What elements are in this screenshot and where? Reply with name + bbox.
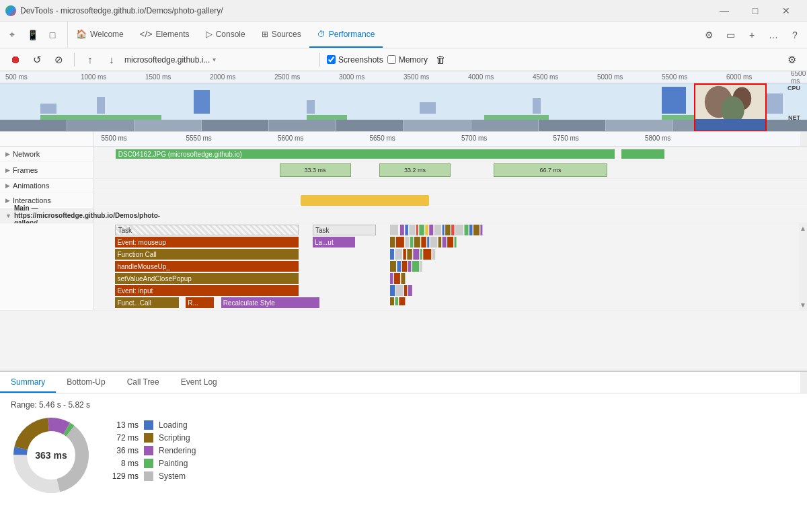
record-button[interactable]: ⏺ xyxy=(7,51,24,69)
separator2 xyxy=(319,53,320,67)
frame-2[interactable]: 33.2 ms xyxy=(379,163,451,177)
down-button[interactable]: ↓ xyxy=(103,51,120,69)
tab-performance[interactable]: ⏱ Performance xyxy=(309,22,383,48)
svg-rect-20 xyxy=(400,225,404,235)
bottom-scrollbar[interactable] xyxy=(800,372,807,393)
broadcast-button[interactable]: □ xyxy=(43,26,62,44)
close-button[interactable]: ✕ xyxy=(771,0,802,22)
memory-checkbox[interactable] xyxy=(387,55,396,64)
home-icon: 🏠 xyxy=(76,29,87,39)
help-button[interactable]: ? xyxy=(785,26,804,44)
track-scrollbar[interactable]: ▲ ▼ xyxy=(799,223,807,310)
tick-5700: 5700 ms xyxy=(461,135,487,142)
svg-rect-29 xyxy=(445,225,450,235)
tab-welcome[interactable]: 🏠 Welcome xyxy=(68,22,132,48)
svg-rect-1 xyxy=(97,97,105,114)
screenshots-checkbox[interactable] xyxy=(327,55,336,64)
screenshots-checkbox-label[interactable]: Screenshots xyxy=(327,55,383,65)
flame-set-value[interactable]: setValueAndClosePopup xyxy=(115,273,298,284)
svg-rect-60 xyxy=(412,261,419,272)
donut-chart: 363 ms xyxy=(11,415,91,496)
main-track-label[interactable]: ▼ Main — https://microsoftedge.github.io… xyxy=(0,208,94,223)
svg-rect-32 xyxy=(465,225,469,235)
tab-sources-label: Sources xyxy=(272,30,301,39)
flame-mouseup[interactable]: Event: mouseup xyxy=(115,237,298,248)
svg-rect-42 xyxy=(427,237,429,248)
tab-bar-right: ⚙ ▭ + … ? xyxy=(694,22,804,48)
svg-rect-43 xyxy=(430,237,437,248)
flame-layout[interactable]: La...ut xyxy=(313,237,355,248)
animations-track: ▶ Animations xyxy=(0,179,807,192)
network-track: ▶ Network DSC04162.JPG (microsoftedge.gi… xyxy=(0,147,807,161)
animations-label[interactable]: ▶ Animations xyxy=(0,179,94,192)
tracks-scroll[interactable]: ▶ Network DSC04162.JPG (microsoftedge.gi… xyxy=(0,147,807,371)
loading-ms: 13 ms xyxy=(112,420,139,430)
url-dropdown-icon[interactable]: ▾ xyxy=(213,56,216,63)
svg-rect-68 xyxy=(408,285,412,296)
dock-button[interactable]: ▭ xyxy=(721,26,740,44)
perf-settings-button[interactable]: ⚙ xyxy=(783,51,800,69)
settings-gear-button[interactable]: ⚙ xyxy=(699,26,718,44)
flame-function-call[interactable]: Function Call xyxy=(115,249,298,260)
flame-r[interactable]: R... xyxy=(186,297,214,308)
svg-rect-33 xyxy=(469,225,472,235)
svg-rect-48 xyxy=(390,249,394,260)
title-bar: DevTools - microsoftedge.github.io/Demos… xyxy=(0,0,807,22)
tab-console[interactable]: ▷ Console xyxy=(198,22,254,48)
clear-button[interactable]: ⊘ xyxy=(50,51,67,69)
bottom-panel: Summary Bottom-Up Call Tree Event Log Ra… xyxy=(0,371,807,532)
svg-rect-35 xyxy=(481,225,483,235)
frame-3[interactable]: 66.7 ms xyxy=(494,163,608,177)
window-title: DevTools - microsoftedge.github.io/Demos… xyxy=(20,6,223,15)
svg-rect-3 xyxy=(307,100,315,114)
ov-tick-12: 6000 ms xyxy=(726,73,752,81)
frames-label[interactable]: ▶ Frames xyxy=(0,161,94,178)
network-label[interactable]: ▶ Network xyxy=(0,147,94,161)
tab-event-log[interactable]: Event Log xyxy=(170,372,228,393)
inspect-element-button[interactable]: ⌖ xyxy=(3,26,22,44)
tab-summary[interactable]: Summary xyxy=(0,372,56,393)
flame-task-2[interactable]: Task xyxy=(313,225,376,235)
tab-elements[interactable]: </> Elements xyxy=(132,22,198,48)
svg-rect-41 xyxy=(421,237,426,248)
donut-total: 363 ms xyxy=(35,450,67,461)
svg-rect-62 xyxy=(390,273,393,284)
svg-rect-34 xyxy=(473,225,479,235)
selection-box[interactable] xyxy=(694,83,767,132)
animations-label-text: Animations xyxy=(13,182,49,190)
device-emulation-button[interactable]: 📱 xyxy=(23,26,42,44)
ruler-scroll-spacer xyxy=(800,132,807,146)
main-track-content xyxy=(94,208,807,223)
svg-rect-69 xyxy=(390,297,394,305)
bottom-tabs: Summary Bottom-Up Call Tree Event Log xyxy=(0,372,807,393)
svg-rect-4 xyxy=(420,102,436,114)
tick-5800: 5800 ms xyxy=(645,135,670,142)
flame-handle-mouseup[interactable]: handleMouseUp_ xyxy=(115,261,298,272)
overview-strip[interactable]: 500 ms 1000 ms 1500 ms 2000 ms 2500 ms 3… xyxy=(0,71,807,132)
frame-1[interactable]: 33.3 ms xyxy=(280,163,351,177)
flame-recalc-style[interactable]: Recalculate Style xyxy=(221,297,320,308)
network-bar[interactable]: DSC04162.JPG (microsoftedge.github.io) xyxy=(116,149,615,159)
svg-rect-67 xyxy=(404,285,407,296)
flame-input[interactable]: Event: input xyxy=(115,285,298,296)
reload-record-button[interactable]: ↺ xyxy=(28,51,46,69)
add-tab-button[interactable]: + xyxy=(742,26,761,44)
tab-call-tree[interactable]: Call Tree xyxy=(116,372,170,393)
network-content: DSC04162.JPG (microsoftedge.github.io) xyxy=(94,147,807,161)
flame-content[interactable]: Task Task xyxy=(94,223,799,310)
minimize-button[interactable]: — xyxy=(709,0,740,22)
title-bar-left: DevTools - microsoftedge.github.io/Demos… xyxy=(5,5,223,16)
memory-checkbox-label[interactable]: Memory xyxy=(387,55,428,65)
more-tabs-button[interactable]: … xyxy=(764,26,783,44)
maximize-button[interactable]: □ xyxy=(740,0,771,22)
up-button[interactable]: ↑ xyxy=(81,51,99,69)
flame-task-1[interactable]: Task xyxy=(115,225,298,235)
flame-funct-call[interactable]: Funct...Call xyxy=(115,297,178,308)
tab-sources[interactable]: ⊞ Sources xyxy=(254,22,309,48)
svg-rect-61 xyxy=(420,261,422,272)
url-bar: microsoftedge.github.i... ▾ xyxy=(124,55,313,65)
trash-button[interactable]: 🗑 xyxy=(432,51,449,69)
tab-bottom-up[interactable]: Bottom-Up xyxy=(56,372,116,393)
loading-label: Loading xyxy=(159,420,188,430)
interaction-bar[interactable] xyxy=(301,195,429,206)
